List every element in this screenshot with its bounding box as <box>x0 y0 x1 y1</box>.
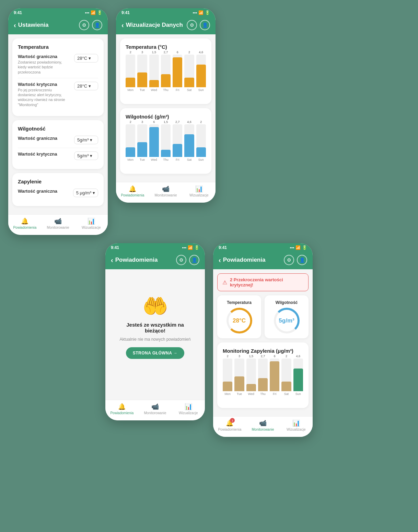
nav-label-pow-1: Powiadomienia <box>13 226 36 229</box>
wilg-critical-label: Wartość krytyczna <box>18 151 57 157</box>
dust-chart-title: Monitoring Zapylenia (μg/m³) <box>223 348 303 354</box>
signal-icon-4: ▪▪▪ <box>290 245 294 250</box>
bar-mon-temp: 2 Mon <box>126 50 135 92</box>
empty-title: Jesteś ze wszystkim na bieżąco! <box>116 322 194 333</box>
chart-icon-2: 📊 <box>195 185 203 193</box>
bar-thu-hum: 1,5 Thu <box>161 120 171 161</box>
temp-border-row: Wartość graniczna Zostaniesz powiadomion… <box>18 54 98 75</box>
notif-alert-header: ‹ Powiadomienia ⚙ 👤 <box>213 252 313 269</box>
gear-button-2[interactable]: ⚙ <box>187 20 197 30</box>
alert-text: 2 Przekroczenia wartości krytycznej! <box>230 277 303 287</box>
temp-critical-select[interactable]: 28°C ▾ <box>74 82 98 90</box>
back-arrow-3[interactable]: ‹ <box>111 256 113 264</box>
back-arrow-4[interactable]: ‹ <box>219 256 221 264</box>
nav-monitorowanie-2[interactable]: 📹 Monitorowanie <box>149 185 183 197</box>
nav-powiadomienia-2[interactable]: 🔔 Powiadomienia <box>116 185 149 197</box>
nav-wizualizacje-4[interactable]: 📊 Wizualizacje <box>279 419 313 431</box>
nav-powiadomienia-3[interactable]: 🔔 Powiadomienia <box>105 403 139 415</box>
temp-chart-title: Temperatura (°C) <box>126 44 206 50</box>
chart-icon-1: 📊 <box>88 217 95 225</box>
status-icons-3: ▪▪▪ 📶 🔋 <box>182 245 199 250</box>
chart-icon-3: 📊 <box>185 403 192 410</box>
camera-icon-2: 📹 <box>162 185 170 193</box>
nav-label-wiz-4: Wizualizacje <box>287 428 306 431</box>
back-arrow-2[interactable]: ‹ <box>121 21 124 29</box>
user-button-2[interactable]: 👤 <box>200 20 210 30</box>
temperatura-card: Temperatura Wartość graniczna Zostaniesz… <box>12 38 104 116</box>
bar-thu-temp: 2,7 Thu <box>161 50 171 92</box>
temp-border-label: Wartość graniczna <box>18 54 66 59</box>
settings-title: Ustawienia <box>18 22 49 29</box>
notif-empty-header: ‹ Powiadomienia ⚙ 👤 <box>105 252 205 269</box>
nav-label-pow-2: Powiadomienia <box>121 193 144 197</box>
notif-alert-screen: 9:41 ▪▪▪ 📶 🔋 ‹ Powiadomienia ⚙ 👤 ⚠ 2 Prz… <box>213 243 313 437</box>
bell-icon-wrapper: 🔔 1 <box>226 419 233 427</box>
temperatura-title: Temperatura <box>18 44 98 50</box>
gear-button[interactable]: ⚙ <box>79 20 89 30</box>
wifi-icon-2: 📶 <box>198 10 204 15</box>
wilgotnosc-title: Wilgotność <box>18 126 98 132</box>
temp-border-desc: Zostaniesz powiadomiony, kiedy wartość b… <box>18 60 66 75</box>
nav-powiadomienia-1[interactable]: 🔔 Powiadomienia <box>8 217 42 229</box>
camera-icon-4: 📹 <box>259 419 267 427</box>
temp-border-select[interactable]: 28°C ▾ <box>74 54 98 63</box>
settings-screen: 9:41 ▪▪▪ 📶 🔋 ‹ Ustawienia ⚙ 👤 Temperatur… <box>8 8 108 235</box>
nav-powiadomienia-4[interactable]: 🔔 1 Powiadomienia <box>213 419 246 431</box>
humidity-metric-circle: 5g/m³ <box>274 308 300 333</box>
nav-label-mon-1: Monitorowanie <box>47 226 69 229</box>
back-arrow[interactable]: ‹ <box>14 21 16 29</box>
humidity-metric-value: 5g/m³ <box>279 317 294 324</box>
wilg-critical-select[interactable]: 5g/m³ ▾ <box>74 151 98 160</box>
bar-fri-temp: 6 Fri <box>173 50 182 92</box>
signal-icon: ▪▪▪ <box>85 10 89 15</box>
wifi-icon-3: 📶 <box>188 245 193 250</box>
battery-icon-2: 🔋 <box>205 10 210 15</box>
chart-icon-4: 📊 <box>292 419 300 427</box>
humidity-chart-title: Wilgotność (g/m³) <box>126 114 206 120</box>
gear-button-4[interactable]: ⚙ <box>284 255 294 265</box>
nav-monitorowanie-3[interactable]: 📹 Monitorowanie <box>139 403 172 415</box>
empty-state: 🤲 Jesteś ze wszystkim na bieżąco! Aktual… <box>109 273 201 369</box>
gear-button-3[interactable]: ⚙ <box>176 255 186 265</box>
notif-empty-header-left: ‹ Powiadomienia <box>111 256 158 264</box>
bar-mon-dust: 2 Mon <box>223 354 232 396</box>
wifi-icon-4: 📶 <box>295 245 301 250</box>
camera-icon-3: 📹 <box>151 403 159 410</box>
nav-monitorowanie-4[interactable]: 📹 Monitorowanie <box>246 419 280 431</box>
settings-bottom-nav: 🔔 Powiadomienia 📹 Monitorowanie 📊 Wizual… <box>8 214 108 235</box>
status-bar-4: 9:41 ▪▪▪ 📶 🔋 <box>213 243 313 252</box>
user-button[interactable]: 👤 <box>92 20 102 30</box>
hands-icon: 🤲 <box>142 294 168 318</box>
temp-critical-row: Wartość krytyczna Po jej przekroczeniu d… <box>18 82 98 107</box>
viz-title: Wizualizacje Danych <box>126 22 183 29</box>
temp-critical-label: Wartość krytyczna <box>18 82 66 87</box>
nav-label-wiz-1: Wizualizacje <box>82 226 101 229</box>
metric-cards: Temperatura 28°C Wilgotność 5g/m³ <box>217 295 309 338</box>
zapylenie-title: Zapylenie <box>18 179 98 184</box>
bar-sun-dust: 4,6 Sun <box>293 354 303 396</box>
temp-metric-label: Temperatura <box>221 300 258 305</box>
main-page-button[interactable]: STRONA GŁÓWNA → <box>126 347 185 359</box>
time-3: 9:41 <box>111 245 119 250</box>
bar-sun-hum: 2 Sun <box>196 120 206 161</box>
nav-wizualizacje-1[interactable]: 📊 Wizualizacje <box>74 217 108 229</box>
notif-empty-title: Powiadomienia <box>115 257 158 263</box>
user-button-4[interactable]: 👤 <box>297 255 307 265</box>
nav-label-wiz-2: Wizualizacje <box>189 193 209 197</box>
viz-header: ‹ Wizualizacje Danych ⚙ 👤 <box>116 17 216 34</box>
notif-empty-bottom-nav: 🔔 Powiadomienia 📹 Monitorowanie 📊 Wizual… <box>105 400 205 420</box>
wilg-border-select[interactable]: 5g/m³ ▾ <box>74 136 98 144</box>
user-button-3[interactable]: 👤 <box>189 255 199 265</box>
status-icons-2: ▪▪▪ 📶 🔋 <box>193 10 210 15</box>
visualization-screen: 9:41 ▪▪▪ 📶 🔋 ‹ Wizualizacje Danych ⚙ 👤 T… <box>116 8 216 203</box>
nav-monitorowanie-1[interactable]: 📹 Monitorowanie <box>42 217 75 229</box>
zap-border-select[interactable]: 5 μg/m³ ▾ <box>73 189 98 197</box>
nav-wizualizacje-3[interactable]: 📊 Wizualizacje <box>172 403 205 415</box>
nav-wizualizacje-2[interactable]: 📊 Wizualizacje <box>182 185 216 197</box>
notif-alert-content: ⚠ 2 Przekroczenia wartości krytycznej! T… <box>213 269 313 416</box>
temp-chart-bars: 2 Mon 3 <box>126 54 206 99</box>
notif-empty-screen: 9:41 ▪▪▪ 📶 🔋 ‹ Powiadomienia ⚙ 👤 🤲 Jeste… <box>105 243 205 420</box>
notif-alert-bottom-nav: 🔔 1 Powiadomienia 📹 Monitorowanie 📊 Wizu… <box>213 416 313 437</box>
viz-bottom-nav: 🔔 Powiadomienia 📹 Monitorowanie 📊 Wizual… <box>116 182 216 203</box>
nav-label-pow-4: Powiadomienia <box>218 428 241 431</box>
